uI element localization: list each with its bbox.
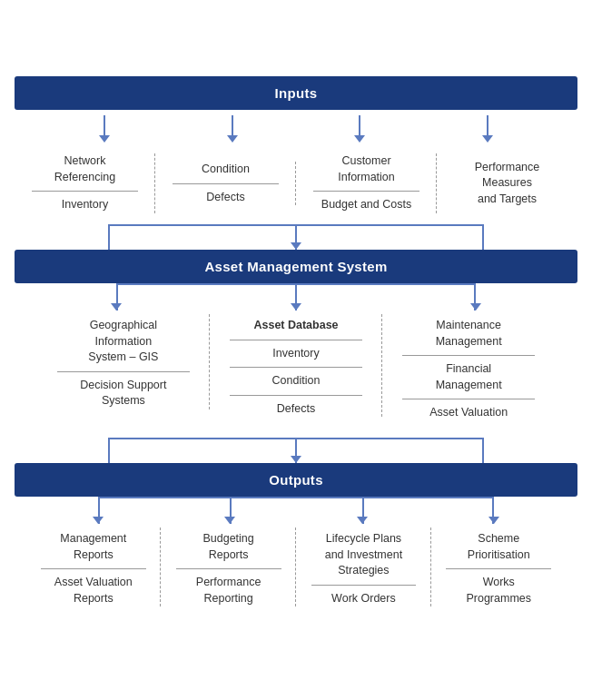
ams-3-item1: FinancialManagement <box>386 361 551 393</box>
output-4-top: SchemePrioritisation <box>433 531 565 563</box>
output-2-divider <box>176 568 281 569</box>
arrow-inputs-4 <box>482 115 493 143</box>
ams-col-3: MaintenanceManagement FinancialManagemen… <box>382 314 555 421</box>
output-col-2: BudgetingReports PerformanceReporting <box>161 527 296 606</box>
output-4-divider <box>446 568 551 569</box>
ams-2-item2: Condition <box>213 373 379 389</box>
arrow-inputs-2 <box>227 115 238 143</box>
input-col-2: Condition Defects <box>155 162 296 205</box>
ams-content: GeographicalInformationSystem – GIS Deci… <box>15 311 577 438</box>
ams-2-item3: Defects <box>213 401 379 418</box>
arrow-inputs-3 <box>354 115 365 143</box>
ams-banner: Asset Management System <box>15 250 577 283</box>
output-1-top: ManagementReports <box>27 531 159 563</box>
input-1-top: NetworkReferencing <box>18 153 152 185</box>
input-3-top: CustomerInformation <box>300 153 433 185</box>
output-1-divider <box>41 568 146 569</box>
outputs-arrows <box>48 497 544 524</box>
output-col-1: ManagementReports Asset ValuationReports <box>25 527 161 606</box>
input-col-3: CustomerInformation Budget and Costs <box>296 153 437 213</box>
inputs-banner: Inputs <box>15 76 577 110</box>
ams-1-top: GeographicalInformationSystem – GIS <box>41 318 206 366</box>
input-col-1: NetworkReferencing Inventory <box>15 153 155 213</box>
ams-col-2: Asset Database Inventory Condition Defec… <box>210 314 382 417</box>
input-1-divider <box>32 191 139 192</box>
output-col-4: SchemePrioritisation WorksProgrammes <box>431 527 567 606</box>
output-2-bottom: PerformanceReporting <box>163 575 294 606</box>
inputs-content: NetworkReferencing Inventory Condition D… <box>15 143 577 224</box>
output-col-3: Lifecycle Plansand InvestmentStrategies … <box>296 527 431 606</box>
ams-col-1: GeographicalInformationSystem – GIS Deci… <box>37 314 210 409</box>
ams-2-divider3 <box>230 395 362 396</box>
input-2-top: Condition <box>159 162 292 178</box>
ams-2-divider2 <box>230 367 362 368</box>
ams-1-bottom: Decision SupportSystems <box>41 378 206 409</box>
ams-2-item1: Inventory <box>213 346 379 362</box>
input-3-bottom: Budget and Costs <box>300 197 433 213</box>
output-2-top: BudgetingReports <box>163 531 294 563</box>
output-3-divider <box>311 585 417 586</box>
ams-2-divider1 <box>230 340 362 340</box>
ams-1-divider <box>57 371 190 372</box>
input-2-divider <box>173 183 280 184</box>
input-1-bottom: Inventory <box>18 197 152 213</box>
output-4-bottom: WorksProgrammes <box>433 575 565 606</box>
input-3-divider <box>313 191 420 192</box>
input-4-top: PerformanceMeasuresand Targets <box>440 160 574 208</box>
ams-3-divider1 <box>402 355 535 356</box>
input-col-4: PerformanceMeasuresand Targets <box>437 160 577 208</box>
ams-2-title: Asset Database <box>213 318 379 334</box>
outputs-content: ManagementReports Asset ValuationReports… <box>15 524 577 624</box>
ams-3-item2: Asset Valuation <box>386 405 551 421</box>
arrow-inputs-1 <box>99 115 110 143</box>
output-3-top: Lifecycle Plansand InvestmentStrategies <box>298 531 429 579</box>
outputs-banner: Outputs <box>15 463 577 497</box>
diagram-container: Inputs NetworkReferencing Inventory Cond… <box>5 67 587 633</box>
inputs-bracket <box>48 224 544 250</box>
ams-bracket <box>48 438 544 463</box>
output-3-bottom: Work Orders <box>298 591 429 607</box>
output-1-bottom: Asset ValuationReports <box>27 575 159 606</box>
input-2-bottom: Defects <box>159 190 292 206</box>
ams-arrows <box>60 283 533 311</box>
ams-3-divider2 <box>402 399 535 399</box>
ams-3-top: MaintenanceManagement <box>386 318 551 350</box>
